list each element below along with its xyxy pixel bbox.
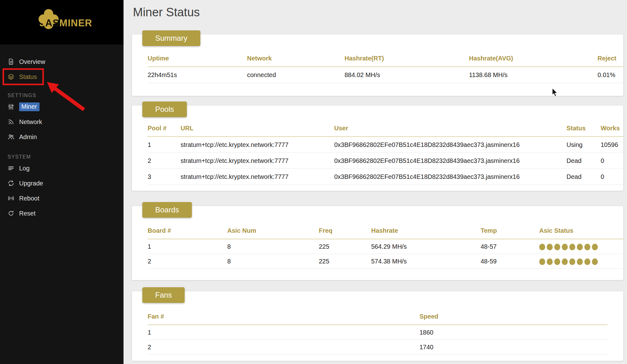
brand-letters-miner: MINER [59,18,92,29]
asic-status-dot [562,244,568,250]
sidebar-item-label: Status [19,73,37,81]
asic-status-dot [569,244,575,250]
hashrate-avg-value: 1138.68 MH/s [469,67,598,83]
sidebar-item-overview[interactable]: Overview [0,54,124,69]
pool-url: stratum+tcp://etc.kryptex.network:7777 [181,137,334,153]
sidebar-item-label: Network [19,118,42,126]
asic-status-dot [539,244,545,250]
pool-status: Using [566,137,601,153]
board-row: 2 8 225 574.38 MH/s 48-59 [148,254,623,269]
board-asic-status-dots [539,239,623,254]
sidebar-item-label-selected: Miner [19,102,40,111]
pool-status: Dead [566,153,601,169]
board-asic-num: 8 [227,239,319,254]
sliders-icon [8,103,14,110]
brand-letter-j: J [40,18,45,29]
boards-header-board: Board # [148,227,227,239]
pool-row: 2 stratum+tcp://etc.kryptex.network:7777… [148,153,623,169]
asic-status-dot [562,258,568,265]
pool-user: 0x3BF96862802EFe07B51c4E18D8232d8439aec3… [334,153,566,169]
summary-header-network: Network [247,55,345,67]
sidebar-item-reset[interactable]: Reset [0,206,124,221]
sidebar-item-admin[interactable]: Admin [0,129,124,144]
fans-table: Fan # Speed 1 1860 2 1740 [148,313,608,355]
fan-number: 1 [148,325,419,340]
summary-header-reject: Reject [598,55,623,67]
summary-header-hashrate-avg: Hashrate(AVG) [469,55,598,67]
board-temp: 48-59 [481,254,539,269]
asic-status-dot [592,258,598,265]
broadcast-icon [8,195,14,202]
summary-table: Uptime Network Hashrate(RT) Hashrate(AVG… [148,55,623,83]
rss-icon [8,118,14,125]
pool-url: stratum+tcp://etc.kryptex.network:7777 [181,153,334,169]
sidebar-item-label: Admin [19,133,37,141]
boards-header-hashrate: Hashrate [371,227,481,239]
brand-letters-as: AS [45,18,59,29]
boards-header-asic-status: Asic Status [539,227,623,239]
board-hashrate: 574.38 MH/s [371,254,481,269]
miner-status-screen: JASMINER Overview [0,0,627,364]
board-asic-status-dots [539,254,623,269]
list-lines-icon [8,165,14,172]
asic-status-dot [547,244,553,250]
page-title: Miner Status [133,6,200,19]
summary-header-uptime: Uptime [148,55,247,67]
board-asic-num: 8 [227,254,319,269]
pool-user: 0x3BF96862802EFe07B51c4E18D8232d8439aec3… [334,169,566,185]
asic-status-dot [577,258,583,265]
sidebar-item-upgrade[interactable]: Upgrade [0,176,124,191]
pool-row: 1 stratum+tcp://etc.kryptex.network:7777… [148,137,623,153]
fans-badge: Fans [142,287,185,303]
sidebar-item-status[interactable]: Status [0,69,124,84]
fan-row: 2 1740 [148,340,608,355]
pool-url: stratum+tcp://etc.kryptex.network:7777 [181,169,334,185]
fan-row: 1 1860 [148,325,608,340]
board-row: 1 8 225 564.29 MH/s 48-57 [148,239,623,254]
fan-number: 2 [148,340,419,355]
pools-header-user: User [334,124,566,137]
pool-works: 0 [601,169,623,185]
board-freq: 225 [319,254,371,269]
pool-row: 3 stratum+tcp://etc.kryptex.network:7777… [148,169,623,185]
pool-status: Dead [566,169,601,185]
sidebar-item-network[interactable]: Network [0,114,124,129]
pool-number: 3 [148,169,181,185]
sidebar-item-log[interactable]: Log [0,161,124,176]
boards-header-temp: Temp [481,227,539,239]
fan-speed: 1860 [419,325,608,340]
network-value: connected [247,67,345,83]
fan-speed: 1740 [419,340,608,355]
sidebar-item-label: Reset [19,210,35,217]
asic-status-dot [539,258,545,265]
asic-status-dot [584,244,590,250]
uptime-value: 22h4m51s [148,67,247,83]
sidebar-item-label: Reboot [19,195,40,202]
summary-row: 22h4m51s connected 884.02 MH/s 1138.68 M… [148,67,623,83]
pool-number: 2 [148,153,181,169]
fans-header-speed: Speed [419,313,608,325]
boards-badge: Boards [142,202,192,218]
pool-user: 0x3BF96862802EFe07B51c4E18D8232d8439aec3… [334,137,566,153]
pools-header-status: Status [566,124,601,137]
sidebar: JASMINER Overview [0,0,124,364]
board-number: 2 [148,254,227,269]
settings-section-label: SETTINGS [0,92,124,99]
layers-icon [8,73,14,80]
sidebar-item-label: Log [19,165,29,172]
brand-header: JASMINER [0,0,124,44]
rotate-cw-icon [8,210,14,217]
board-temp: 48-57 [481,239,539,254]
summary-badge: Summary [142,30,200,46]
board-hashrate: 564.29 MH/s [371,239,481,254]
asic-status-dot [554,244,560,250]
users-icon [8,133,14,140]
asic-status-dot [584,258,590,265]
asic-status-dot [577,244,583,250]
asic-status-dot [592,244,598,250]
board-number: 1 [148,239,227,254]
sidebar-item-miner[interactable]: Miner [0,99,124,114]
pools-table: Pool # URL User Status Works 1 stratum+t… [148,124,623,185]
sidebar-item-reboot[interactable]: Reboot [0,191,124,206]
boards-card: Boards Board # Asic Num Freq Hashrate Te… [132,206,623,280]
